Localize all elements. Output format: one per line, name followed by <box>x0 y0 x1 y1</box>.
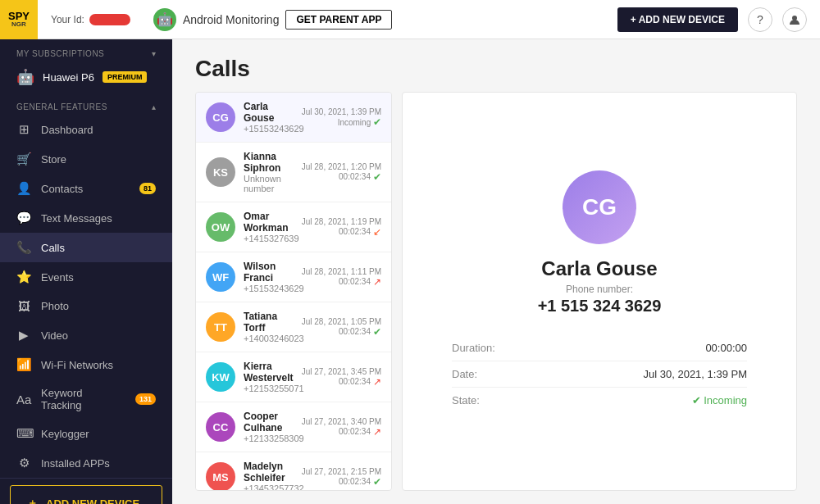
call-info: Omar Workman +1415327639 <box>244 211 294 243</box>
detail-duration-row: Duration: 00:00:00 <box>452 335 747 361</box>
user-button[interactable] <box>782 7 807 32</box>
call-meta: Jul 27, 2021, 3:45 PM 00:02:34 ↗ <box>302 367 381 388</box>
sidebar-item-label: Installed APPs <box>41 457 110 470</box>
call-name: Carla Gouse <box>244 101 294 124</box>
call-avatar: OW <box>206 212 235 242</box>
id-badge <box>89 14 130 25</box>
call-meta: Jul 27, 2021, 2:15 PM 00:02:34 ✔ <box>302 467 381 488</box>
logo-subtext: NGR <box>8 21 30 28</box>
detail-duration-label: Duration: <box>452 342 495 354</box>
call-list-item[interactable]: CC Cooper Culhane +12133258309 Jul 27, 2… <box>196 402 391 452</box>
call-meta: Jul 28, 2021, 1:11 PM 00:02:34 ↗ <box>302 267 381 288</box>
call-name: Cooper Culhane <box>244 411 294 434</box>
events-icon: ⭐ <box>16 270 31 284</box>
plus-icon: ＋ <box>27 496 38 504</box>
keyword-icon: Aa <box>16 393 31 406</box>
call-number: +12153255071 <box>244 384 294 393</box>
device-item[interactable]: 🤖 Huawei P6 PREMIUM <box>0 61 172 93</box>
call-number: +15153243629 <box>244 124 294 134</box>
detail-date-value: Jul 30, 2021, 1:39 PM <box>644 368 747 380</box>
call-avatar: CG <box>206 102 235 132</box>
sidebar-item-wifi[interactable]: 📶 Wi-Fi Networks <box>0 350 172 379</box>
call-info: Carla Gouse +15153243629 <box>244 101 294 134</box>
keyword-badge: 131 <box>135 393 156 405</box>
your-id-label: Your Id: <box>51 14 84 25</box>
call-number: +12133258309 <box>244 434 294 443</box>
call-date: Jul 28, 2021, 1:19 PM <box>302 217 381 226</box>
detail-phone: +1 515 324 3629 <box>538 297 662 316</box>
sidebar-item-installed-apps[interactable]: ⚙ Installed APPs <box>0 448 172 478</box>
sidebar-item-keylogger[interactable]: ⌨ Keylogger <box>0 419 172 448</box>
page-title-area: Calls <box>172 39 820 92</box>
call-avatar: WF <box>206 262 235 292</box>
call-name: Madelyn Schleifer <box>244 461 294 484</box>
call-list-item[interactable]: TT Tatiana Torff +14003246023 Jul 28, 20… <box>196 302 391 352</box>
call-meta: Jul 28, 2021, 1:05 PM 00:02:34 ✔ <box>302 317 381 338</box>
contacts-badge: 81 <box>139 183 156 194</box>
call-list-item[interactable]: KS Kianna Siphron Unknown number Jul 28,… <box>196 143 391 202</box>
add-device-sidebar-button[interactable]: ＋ ADD NEW DEVICE <box>10 485 162 504</box>
help-button[interactable]: ? <box>748 7 772 32</box>
call-meta: Jul 28, 2021, 1:19 PM 00:02:34 ↙ <box>302 217 381 238</box>
call-meta: Jul 27, 2021, 3:40 PM 00:02:34 ↗ <box>302 417 381 438</box>
header-right: + ADD NEW DEVICE ? <box>617 7 807 32</box>
call-avatar: KW <box>206 362 235 392</box>
call-list-item[interactable]: OW Omar Workman +1415327639 Jul 28, 2021… <box>196 202 391 252</box>
calls-list: CG Carla Gouse +15153243629 Jul 30, 2021… <box>195 92 392 491</box>
sidebar-item-dashboard[interactable]: ⊞ Dashboard <box>0 115 172 144</box>
get-parent-app-button[interactable]: GET PARENT APP <box>285 10 392 30</box>
call-avatar: TT <box>206 312 235 342</box>
call-list-item[interactable]: KW Kierra Westervelt +12153255071 Jul 27… <box>196 352 391 402</box>
add-device-button[interactable]: + ADD NEW DEVICE <box>617 7 738 32</box>
calls-layout: CG Carla Gouse +15153243629 Jul 30, 2021… <box>172 92 820 504</box>
call-info: Kierra Westervelt +12153255071 <box>244 361 294 393</box>
sidebar-item-keyword[interactable]: Aa Keyword Tracking 131 <box>0 379 172 419</box>
sidebar-item-video[interactable]: ▶ Video <box>0 320 172 350</box>
detail-date-row: Date: Jul 30, 2021, 1:39 PM <box>452 361 747 388</box>
main-layout: MY SUBSCRIPTIONS ▾ 🤖 Huawei P6 PREMIUM G… <box>0 39 820 504</box>
sidebar-item-calls[interactable]: 📞 Calls <box>0 233 172 262</box>
store-icon: 🛒 <box>16 152 31 166</box>
content-area: Calls CG Carla Gouse +15153243629 Jul 30… <box>172 39 820 504</box>
detail-info-table: Duration: 00:00:00 Date: Jul 30, 2021, 1… <box>452 335 747 413</box>
call-date: Jul 28, 2021, 1:05 PM <box>302 317 381 326</box>
sidebar-item-label: Events <box>41 271 74 284</box>
sidebar-item-store[interactable]: 🛒 Store <box>0 144 172 174</box>
call-list-item[interactable]: WF Wilson Franci +15153243629 Jul 28, 20… <box>196 252 391 302</box>
call-info: Madelyn Schleifer +13453257732 <box>244 461 294 491</box>
detail-state-label: State: <box>452 394 480 406</box>
sidebar-item-label: Dashboard <box>41 124 93 136</box>
detail-state-value: ✔ Incoming <box>692 394 747 406</box>
call-name: Kianna Siphron <box>244 151 294 174</box>
premium-badge: PREMIUM <box>102 71 148 83</box>
general-features-label: GENERAL FEATURES ▴ <box>0 93 172 115</box>
call-avatar: MS <box>206 462 235 491</box>
sidebar-item-text-messages[interactable]: 💬 Text Messages <box>0 203 172 233</box>
sidebar-item-contacts[interactable]: 👤 Contacts 81 <box>0 174 172 203</box>
call-info: Kianna Siphron Unknown number <box>244 151 294 193</box>
sidebar-item-events[interactable]: ⭐ Events <box>0 262 172 292</box>
sidebar-item-label: Keyword Tracking <box>41 387 125 411</box>
call-name: Tatiana Torff <box>244 311 294 334</box>
logo: SPY NGR <box>0 0 38 39</box>
keylogger-icon: ⌨ <box>16 426 31 441</box>
device-name: Huawei P6 <box>43 71 94 84</box>
call-number: +14003246023 <box>244 334 294 343</box>
page-title: Calls <box>195 56 797 82</box>
detail-phone-label: Phone number: <box>566 284 633 295</box>
call-meta: Jul 28, 2021, 1:20 PM 00:02:34 ✔ <box>302 162 381 183</box>
call-date: Jul 28, 2021, 1:11 PM <box>302 267 381 276</box>
call-date: Jul 28, 2021, 1:20 PM <box>302 162 381 171</box>
call-list-item[interactable]: CG Carla Gouse +15153243629 Jul 30, 2021… <box>196 93 391 143</box>
call-name: Kierra Westervelt <box>244 361 294 384</box>
android-monitoring-label: Android Monitoring <box>183 13 280 26</box>
call-date: Jul 27, 2021, 3:40 PM <box>302 417 381 426</box>
sidebar-item-photo[interactable]: 🖼 Photo <box>0 292 172 320</box>
sidebar-item-label: Contacts <box>41 183 83 195</box>
call-name: Wilson Franci <box>244 261 294 284</box>
call-list-item[interactable]: MS Madelyn Schleifer +13453257732 Jul 27… <box>196 452 391 491</box>
detail-name: Carla Gouse <box>541 257 657 280</box>
detail-date-label: Date: <box>452 368 477 380</box>
sidebar-item-label: Wi-Fi Networks <box>41 359 113 371</box>
android-monitoring-area: 🤖 Android Monitoring GET PARENT APP <box>153 8 393 31</box>
